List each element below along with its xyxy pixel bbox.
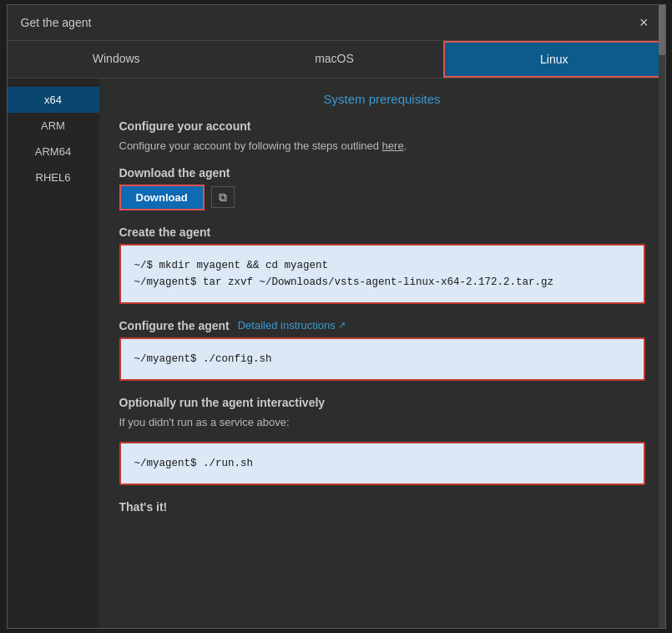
- configure-agent-title: Configure the agent: [119, 319, 230, 332]
- get-agent-dialog: Get the agent × Windows macOS Linux x64 …: [7, 4, 666, 629]
- tab-linux[interactable]: Linux: [443, 41, 664, 78]
- configure-account-desc: Configure your account by following the …: [119, 138, 645, 154]
- download-row: Download ⧉: [119, 185, 645, 210]
- dialog-header: Get the agent ×: [8, 5, 665, 41]
- scrollbar-track[interactable]: [659, 5, 665, 628]
- sidebar-item-rhel6[interactable]: RHEL6: [8, 165, 99, 190]
- sidebar: x64 ARM ARM64 RHEL6: [8, 78, 99, 628]
- run-agent-title: Optionally run the agent interactively: [119, 396, 645, 409]
- main-content: System prerequisites Configure your acco…: [99, 78, 665, 628]
- close-button[interactable]: ×: [636, 13, 652, 32]
- dialog-title: Get the agent: [21, 16, 92, 29]
- download-button[interactable]: Download: [119, 185, 205, 210]
- sidebar-item-arm64[interactable]: ARM64: [8, 139, 99, 165]
- section-title: System prerequisites: [119, 92, 645, 106]
- configure-agent-code: ~/myagent$ ./config.sh: [119, 337, 645, 381]
- copy-download-button[interactable]: ⧉: [211, 186, 235, 208]
- download-agent-title: Download the agent: [119, 166, 645, 180]
- external-link-icon: ↗: [338, 320, 346, 331]
- create-agent-code-line1: ~/$ mkdir myagent && cd myagent: [134, 257, 630, 274]
- tab-windows[interactable]: Windows: [8, 41, 225, 78]
- run-agent-desc: If you didn't run as a service above:: [119, 414, 645, 431]
- tab-macos[interactable]: macOS: [225, 41, 443, 78]
- create-agent-code-line2: ~/myagent$ tar zxvf ~/Downloads/vsts-age…: [134, 274, 630, 291]
- create-agent-code: ~/$ mkdir myagent && cd myagent ~/myagen…: [119, 244, 645, 304]
- create-agent-title: Create the agent: [119, 225, 645, 239]
- content-area: x64 ARM ARM64 RHEL6 System prerequisites…: [8, 78, 665, 628]
- thats-it-title: That's it!: [119, 500, 645, 514]
- run-agent-code: ~/myagent$ ./run.sh: [119, 442, 645, 485]
- detailed-instructions-link[interactable]: Detailed instructions ↗: [238, 319, 346, 332]
- configure-account-title: Configure your account: [119, 119, 645, 133]
- sidebar-item-arm[interactable]: ARM: [8, 113, 99, 139]
- scrollbar-thumb[interactable]: [659, 5, 665, 55]
- configure-agent-header: Configure the agent Detailed instruction…: [119, 319, 645, 332]
- tabs-bar: Windows macOS Linux: [8, 41, 665, 78]
- here-link[interactable]: here: [382, 139, 404, 152]
- sidebar-item-x64[interactable]: x64: [8, 87, 99, 113]
